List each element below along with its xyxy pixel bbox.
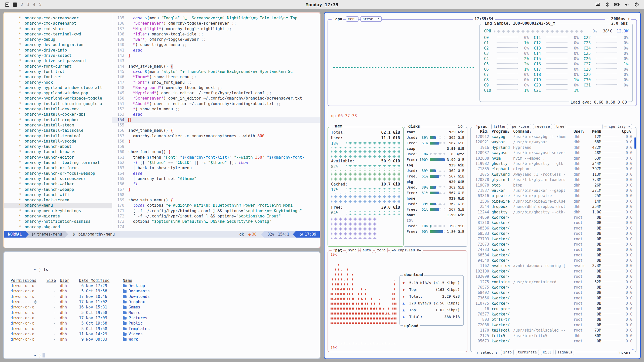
process-row[interactable]: 68584kworker/root0B0.0	[473, 252, 632, 258]
process-row[interactable]: 73656kworker/root0B0.0	[473, 295, 632, 301]
process-row[interactable]: 110775kworker/root0B0.0	[473, 301, 632, 306]
process-row[interactable]: 16rcu_preeroot0B0.0	[473, 306, 632, 311]
active-window-icon[interactable]	[5, 3, 9, 7]
file-item[interactable]: *omarchy-font-set	[4, 74, 112, 80]
process-table-header[interactable]: Pid: Program: Command: User: MemB Cpu% ↑	[473, 129, 632, 134]
file-item[interactable]: *omarchy-lock-screen	[4, 198, 112, 203]
file-item[interactable]: *omarchy-menu	[4, 203, 112, 208]
process-row[interactable]: 803btrfs-trroot0B0.0	[473, 317, 632, 322]
process-row[interactable]: 1162avahi-daavahi-daemon: running [avahi…	[473, 263, 632, 268]
file-item[interactable]: *omarchy-cmd-share	[4, 26, 112, 32]
file-item[interactable]: *omarchy-launch-wifi	[4, 192, 112, 198]
workspace-3[interactable]: 3	[27, 2, 29, 7]
process-row[interactable]: 120937swayosd-/usr/bin/swayosd-serverdhh…	[473, 150, 632, 156]
file-item[interactable]: *omarchy-hyprland-workspace-toggle	[4, 96, 112, 101]
file-item[interactable]: *omarchy-drive-set-password	[4, 58, 112, 64]
workspace-1-active[interactable]	[13, 3, 17, 7]
file-item[interactable]: *omarchy-drive-info	[4, 48, 112, 53]
volume-icon[interactable]	[625, 3, 629, 7]
file-item[interactable]: *omarchy-install-steam	[4, 123, 112, 128]
proc-button-reverse[interactable]: reverse	[533, 124, 552, 129]
process-row[interactable]: 2125fcitx5/usr/bin/fcitx5dhh30M0.0	[473, 333, 632, 338]
process-row[interactable]: 68583kworker/root0B0.0	[473, 231, 632, 236]
cpu-box-title[interactable]: ¹cpu	[332, 17, 343, 21]
process-row[interactable]: 71837walker/usr/bin/walker --gappldhh371…	[473, 188, 632, 193]
process-row[interactable]: 68586kworker/root0B0.0	[473, 225, 632, 231]
proc-button-per-core[interactable]: per-core	[510, 124, 531, 129]
file-item[interactable]: *omarchy-install-docker-dbs	[4, 112, 112, 117]
process-row[interactable]: 2075XwaylandXwayland :1 -rootless -dhh11…	[473, 172, 632, 177]
process-row[interactable]: 68402kworker/root0B0.0	[473, 290, 632, 295]
command-line[interactable]	[4, 238, 320, 248]
process-row[interactable]: 72088kworker/root0B0.0	[473, 322, 632, 328]
io-toggle[interactable]: io	[457, 124, 464, 129]
process-row[interactable]: 1275containe/usr/bin/containerdroot52M0.…	[473, 279, 632, 285]
file-item[interactable]: *omarchy-hook	[4, 80, 112, 85]
workspace-2[interactable]: 2	[21, 2, 23, 7]
process-row[interactable]: 1916HyprlandHyprlanddhh422M0.0	[473, 145, 632, 150]
file-item[interactable]: *omarchy-migrate	[4, 214, 112, 219]
power-icon[interactable]	[634, 2, 639, 7]
process-row[interactable]: 74733kworker/root0B0.0	[473, 247, 632, 252]
file-item[interactable]: *omarchy-font-list	[4, 69, 112, 74]
process-row[interactable]: 63816pipewire/usr/bin/pipewiredhh25M0.0	[473, 193, 632, 199]
proc-action-signals[interactable]: signals	[555, 350, 574, 355]
file-item[interactable]: *omarchy-launch-screensaver	[4, 176, 112, 182]
file-item[interactable]: *omarchy-notification-dismiss	[4, 219, 112, 224]
process-row[interactable]: 102100kworker/root0B0.0	[473, 268, 632, 274]
update-interval[interactable]: - 2000ms +	[605, 17, 631, 21]
file-item[interactable]: *omarchy-debug	[4, 37, 112, 42]
terminal[interactable]: ~ ) ls PermissionsSizeUserDate ModifiedN…	[4, 252, 320, 358]
file-item[interactable]: *omarchy-hyprland-window-pop	[4, 90, 112, 96]
file-item[interactable]: *omarchy-launch-browser	[4, 149, 112, 155]
file-item[interactable]: *omarchy-menu-keybindings	[4, 208, 112, 214]
process-row[interactable]: 76575kworker/root0B0.0	[473, 285, 632, 290]
file-item[interactable]: *omarchy-cmd-terminal-cwd	[4, 32, 112, 37]
bluetooth-icon[interactable]	[606, 2, 609, 7]
file-item[interactable]: *omarchy-install-dropbox	[4, 117, 112, 123]
process-row[interactable]: 2506pipewire/usr/bin/pipewire-pulsedhh14…	[473, 199, 632, 204]
net-button-sync[interactable]: sync	[346, 248, 358, 253]
workspace-4[interactable]: 4	[33, 2, 35, 7]
git-branch[interactable]: themes-menu	[29, 231, 65, 238]
file-item[interactable]: *omarchy-launch-floating-terminal-	[4, 160, 112, 165]
disks-box-title[interactable]: disks	[407, 124, 421, 129]
process-row[interactable]: 119078btopbtopdhh26M0.0	[473, 183, 632, 188]
process-row[interactable]: 81310kworker/root0B0.0	[473, 220, 632, 225]
proc-button-filter[interactable]: filter	[491, 124, 508, 129]
proc-button-tree[interactable]: tree	[554, 124, 567, 129]
scrollbar[interactable]	[634, 137, 636, 149]
process-row[interactable]: 74869kworker/root0B0.0	[473, 215, 632, 220]
proc-action-info[interactable]: info	[501, 350, 514, 355]
proc-action-terminate[interactable]: terminate	[516, 350, 539, 355]
file-item[interactable]: *omarchy-install-dev-env	[4, 107, 112, 112]
process-row[interactable]: 76577kworker/root0B0.0	[473, 311, 632, 317]
scroll-down-icon[interactable]: ↓	[632, 347, 634, 351]
process-row[interactable]: 95673kworker/root0B0.0	[473, 338, 632, 344]
file-item[interactable]: *omarchy-install-vscode	[4, 139, 112, 144]
process-row[interactable]: 119982ghostty/usr/bin/ghostty --gtk-dhh3…	[473, 161, 632, 166]
proc-box-title[interactable]: ⁴proc	[474, 124, 489, 129]
file-item[interactable]: *omarchy-dev-add-migration	[4, 42, 112, 48]
process-row[interactable]: 71835elephantelephantdhh397M0.0	[473, 166, 632, 172]
net-button-auto[interactable]: auto	[360, 248, 373, 253]
proc-view-selector[interactable]: ← cpu lazy →	[602, 124, 632, 129]
process-row[interactable]: 120912swaybg/usr/bin/swaybg -i /homdhh12…	[473, 134, 632, 139]
file-item[interactable]: *omarchy-install-tailscale	[4, 128, 112, 133]
process-row[interactable]: 73703kworker/root0B0.0	[473, 236, 632, 242]
file-item[interactable]: *omarchy-cmd-screensaver	[4, 16, 112, 21]
file-item[interactable]: *omarchy-font-current	[4, 64, 112, 69]
scroll-up-icon[interactable]: ↑	[632, 128, 634, 132]
battery-icon[interactable]	[614, 3, 620, 6]
net-box-title[interactable]: ³net	[332, 248, 343, 253]
workspace-5[interactable]: 5	[39, 2, 42, 7]
process-row[interactable]: 102099kworker/root0B0.0	[473, 274, 632, 279]
file-item[interactable]: *omarchy-launch-editor	[4, 155, 112, 160]
file-item[interactable]: *omarchy-install-chromium-google-a	[4, 101, 112, 107]
net-button-zero[interactable]: zero	[375, 248, 388, 253]
code-editor[interactable]: 135 case $(menu "Toggle" "□ Screensaver\…	[112, 13, 320, 231]
file-item[interactable]: *omarchy-install-terminal	[4, 133, 112, 139]
process-row[interactable]: 94540kworker/root0B0.0	[473, 258, 632, 263]
file-item[interactable]: *omarchy-launch-webapp	[4, 187, 112, 192]
process-row[interactable]: 2544dropbox/home/dhh/.dropbox-distdhh354…	[473, 204, 632, 209]
